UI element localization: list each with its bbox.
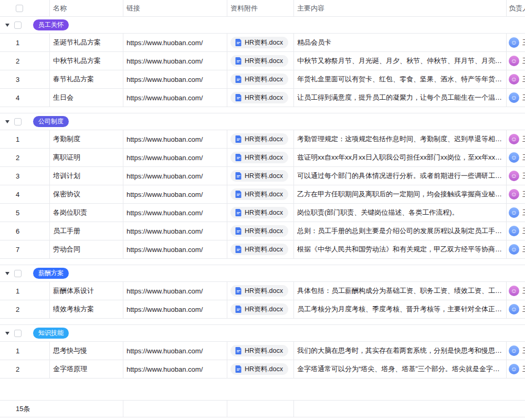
- group-collapse-chevron[interactable]: [5, 332, 9, 335]
- owner-cell[interactable]: ☺王: [507, 222, 525, 240]
- name-cell[interactable]: 薪酬体系设计: [50, 282, 123, 300]
- content-cell[interactable]: 年货礼盒里面可以有贺卡、红包、零食、坚果、酒水、特产等年货礼品: [294, 70, 507, 88]
- content-cell[interactable]: 考勤管理规定：这项规定包括作息时间、考勤制度、迟到早退等相关规定: [294, 130, 507, 148]
- attachment-cell[interactable]: HR资料.docx: [227, 149, 294, 166]
- name-cell[interactable]: 圣诞节礼品方案: [50, 34, 123, 51]
- owner-cell[interactable]: ☺王: [507, 342, 525, 360]
- owner-cell[interactable]: ☺王: [507, 204, 525, 222]
- column-header-name[interactable]: 名称: [50, 0, 123, 16]
- table-row[interactable]: 7劳动合同https://www.huoban.com/HR资料.docx根据《…: [0, 240, 525, 259]
- table-row[interactable]: 2绩效考核方案https://www.huoban.com/HR资料.docx员…: [0, 300, 525, 319]
- group-badge[interactable]: 公司制度: [33, 116, 69, 127]
- content-cell[interactable]: 根据《中华人民共和国劳动法》和有关规定，甲乙双方经平等协商一致签订: [294, 240, 507, 258]
- attachment-chip[interactable]: HR资料.docx: [230, 225, 288, 237]
- table-row[interactable]: 5各岗位职责https://www.huoban.com/HR资料.docx岗位…: [0, 204, 525, 222]
- link-cell[interactable]: https://www.huoban.com/: [123, 282, 227, 300]
- content-cell[interactable]: 总则：员工手册的总则主要是介绍公司的发展历程以及制定员工手册的目的: [294, 222, 507, 240]
- name-cell[interactable]: 生日会: [50, 89, 123, 107]
- owner-cell[interactable]: ☺王: [507, 300, 525, 318]
- name-cell[interactable]: 离职证明: [50, 149, 123, 166]
- table-row[interactable]: 6员工手册https://www.huoban.com/HR资料.docx总则：…: [0, 222, 525, 240]
- attachment-cell[interactable]: HR资料.docx: [227, 70, 294, 88]
- name-cell[interactable]: 考勤制度: [50, 130, 123, 148]
- attachment-chip[interactable]: HR资料.docx: [230, 285, 288, 297]
- name-cell[interactable]: 绩效考核方案: [50, 300, 123, 318]
- attachment-cell[interactable]: HR资料.docx: [227, 240, 294, 258]
- attachment-cell[interactable]: HR资料.docx: [227, 282, 294, 300]
- content-cell[interactable]: 乙方在甲方任职期间及离职后的一定期间，均会接触或掌握商业秘密信息: [294, 185, 507, 203]
- attachment-cell[interactable]: HR资料.docx: [227, 222, 294, 240]
- link-cell[interactable]: https://www.huoban.com/: [123, 342, 227, 360]
- owner-cell[interactable]: ☺王: [507, 185, 525, 203]
- link-cell[interactable]: https://www.huoban.com/: [123, 34, 227, 51]
- group-collapse-chevron[interactable]: [5, 24, 9, 27]
- attachment-chip[interactable]: HR资料.docx: [230, 152, 288, 163]
- attachment-cell[interactable]: HR资料.docx: [227, 185, 294, 203]
- owner-cell[interactable]: ☺王: [507, 360, 525, 378]
- link-cell[interactable]: https://www.huoban.com/: [123, 300, 227, 318]
- content-cell[interactable]: 岗位职责(部门职责、关键岗位描述、各类工作流程)。: [294, 204, 507, 222]
- owner-cell[interactable]: ☺王: [507, 282, 525, 300]
- table-row[interactable]: 1圣诞节礼品方案https://www.huoban.com/HR资料.docx…: [0, 34, 525, 52]
- owner-cell[interactable]: ☺王: [507, 167, 525, 185]
- owner-cell[interactable]: ☺王: [507, 70, 525, 88]
- table-row[interactable]: 1薪酬体系设计https://www.huoban.com/HR资料.docx具…: [0, 282, 525, 300]
- name-cell[interactable]: 员工手册: [50, 222, 123, 240]
- table-row[interactable]: 3培训计划https://www.huoban.com/HR资料.docx可以通…: [0, 167, 525, 185]
- group-badge[interactable]: 知识技能: [33, 328, 69, 339]
- attachment-chip[interactable]: HR资料.docx: [230, 74, 288, 85]
- link-cell[interactable]: https://www.huoban.com/: [123, 149, 227, 166]
- owner-cell[interactable]: ☺王: [507, 34, 525, 51]
- content-cell[interactable]: 我们的大脑在思考时，其实存在着两套系统，分别是快思考和慢思考系统: [294, 342, 507, 360]
- link-cell[interactable]: https://www.huoban.com/: [123, 89, 227, 107]
- content-cell[interactable]: 可以通过每个部门的具体情况进行分析。或者前期进行一些调研工作安排: [294, 167, 507, 185]
- table-row[interactable]: 2离职证明https://www.huoban.com/HR资料.docx兹证明…: [0, 149, 525, 167]
- link-cell[interactable]: https://www.huoban.com/: [123, 222, 227, 240]
- owner-cell[interactable]: ☺王: [507, 240, 525, 258]
- name-cell[interactable]: 春节礼品方案: [50, 70, 123, 88]
- content-cell[interactable]: 兹证明xx自xx年xx月xx日入职我公司担任xx部门xx岗位，至xx年xx月xx…: [294, 149, 507, 166]
- link-cell[interactable]: https://www.huoban.com/: [123, 52, 227, 70]
- link-cell[interactable]: https://www.huoban.com/: [123, 130, 227, 148]
- table-row[interactable]: 4生日会https://www.huoban.com/HR资料.docx让员工得…: [0, 89, 525, 107]
- name-cell[interactable]: 金字塔原理: [50, 360, 123, 378]
- attachment-chip[interactable]: HR资料.docx: [230, 345, 288, 356]
- attachment-cell[interactable]: HR资料.docx: [227, 167, 294, 185]
- column-header-owner[interactable]: 负责人: [507, 0, 525, 16]
- content-cell[interactable]: 让员工得到满意度，提升员工的凝聚力，让每个员工能生在一个温暖的大家庭: [294, 89, 507, 107]
- table-row[interactable]: 1思考快与慢https://www.huoban.com/HR资料.docx我们…: [0, 342, 525, 360]
- column-header-link[interactable]: 链接: [123, 0, 227, 16]
- group-collapse-chevron[interactable]: [5, 120, 9, 123]
- name-cell[interactable]: 保密协议: [50, 185, 123, 203]
- name-cell[interactable]: 培训计划: [50, 167, 123, 185]
- link-cell[interactable]: https://www.huoban.com/: [123, 185, 227, 203]
- content-cell[interactable]: 员工考核分为月度考核、季度考核、晋升考核等，主要针对全体正式员工: [294, 300, 507, 318]
- attachment-chip[interactable]: HR资料.docx: [230, 37, 288, 48]
- column-header-attachment[interactable]: 资料附件: [227, 0, 294, 16]
- attachment-chip[interactable]: HR资料.docx: [230, 170, 288, 182]
- content-cell[interactable]: 中秋节又称祭月节、月光诞、月夕、秋节、仲秋节、拜月节、月亮节等: [294, 52, 507, 70]
- owner-cell[interactable]: ☺王: [507, 130, 525, 148]
- attachment-chip[interactable]: HR资料.docx: [230, 303, 288, 315]
- attachment-cell[interactable]: HR资料.docx: [227, 300, 294, 318]
- link-cell[interactable]: https://www.huoban.com/: [123, 167, 227, 185]
- attachment-chip[interactable]: HR资料.docx: [230, 207, 288, 218]
- link-cell[interactable]: https://www.huoban.com/: [123, 240, 227, 258]
- owner-cell[interactable]: ☺王: [507, 89, 525, 107]
- table-row[interactable]: 3春节礼品方案https://www.huoban.com/HR资料.docx年…: [0, 70, 525, 89]
- link-cell[interactable]: https://www.huoban.com/: [123, 70, 227, 88]
- name-cell[interactable]: 中秋节礼品方案: [50, 52, 123, 70]
- attachment-chip[interactable]: HR资料.docx: [230, 92, 288, 103]
- table-row[interactable]: 4保密协议https://www.huoban.com/HR资料.docx乙方在…: [0, 185, 525, 204]
- column-header-content[interactable]: 主要内容: [294, 0, 507, 16]
- attachment-chip[interactable]: HR资料.docx: [230, 55, 288, 67]
- content-cell[interactable]: 具体包括：员工薪酬构成分为基础工资、职务工资、绩效工资、工龄工资等: [294, 282, 507, 300]
- attachment-cell[interactable]: HR资料.docx: [227, 89, 294, 107]
- attachment-chip[interactable]: HR资料.docx: [230, 244, 288, 255]
- attachment-chip[interactable]: HR资料.docx: [230, 133, 288, 145]
- group-checkbox[interactable]: [14, 270, 22, 277]
- name-cell[interactable]: 思考快与慢: [50, 342, 123, 360]
- group-checkbox[interactable]: [14, 330, 22, 337]
- group-badge[interactable]: 员工关怀: [33, 19, 69, 30]
- link-cell[interactable]: https://www.huoban.com/: [123, 360, 227, 378]
